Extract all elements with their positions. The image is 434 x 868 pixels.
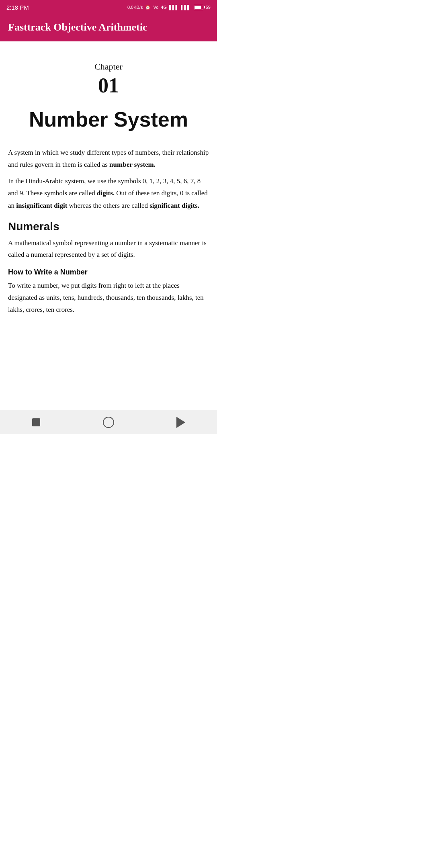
intro-paragraph-2: In the Hindu-Arabic system, we use the s… — [8, 175, 209, 212]
chapter-title: Number System — [8, 107, 209, 132]
network-speed: 0.0KB/s — [127, 5, 143, 10]
app-title: Fasttrack Objective Arithmetic — [8, 21, 147, 33]
battery-icon — [194, 5, 203, 10]
home-button[interactable] — [99, 413, 118, 432]
status-time: 2:18 PM — [6, 4, 29, 11]
home-icon — [103, 417, 114, 428]
intro-text-2c: whereas the others are called — [67, 202, 149, 209]
intro-bold-1: number system. — [109, 161, 156, 168]
alarm-icon: ⏰ — [145, 5, 151, 10]
back-button[interactable] — [171, 413, 190, 432]
chapter-label: Chapter — [8, 61, 209, 72]
signal-icon-2: ▌▌▌ — [181, 5, 190, 10]
intro-text-1: A system in which we study different typ… — [8, 149, 209, 169]
section-heading-numerals: Numerals — [8, 220, 209, 233]
numerals-body: A mathematical symbol representing a num… — [8, 237, 209, 261]
signal-icon-1: ▌▌▌ — [169, 5, 178, 10]
battery-level: 59 — [206, 5, 211, 10]
status-bar: 2:18 PM 0.0KB/s ⏰ Vo 4G ▌▌▌ ▌▌▌ 59 — [0, 0, 217, 14]
status-icons: 0.0KB/s ⏰ Vo 4G ▌▌▌ ▌▌▌ 59 — [127, 5, 211, 10]
app-bar: Fasttrack Objective Arithmetic — [0, 14, 217, 41]
main-content: Chapter 01 Number System A system in whi… — [0, 41, 217, 410]
volte-icon: Vo — [153, 5, 158, 10]
intro-bold-4: significant digits. — [149, 202, 199, 209]
intro-bold-2: digits. — [97, 189, 115, 197]
4g-icon: 4G — [161, 5, 167, 10]
recent-apps-icon — [32, 418, 40, 426]
chapter-number: 01 — [8, 74, 209, 97]
back-icon — [176, 417, 185, 428]
intro-bold-3: insignificant digit — [16, 202, 67, 209]
write-number-body: To write a number, we put digits from ri… — [8, 280, 209, 315]
intro-paragraph-1: A system in which we study different typ… — [8, 147, 209, 171]
section-subheading-write: How to Write a Number — [8, 268, 209, 276]
recent-apps-button[interactable] — [27, 413, 46, 432]
bottom-nav — [0, 410, 217, 434]
